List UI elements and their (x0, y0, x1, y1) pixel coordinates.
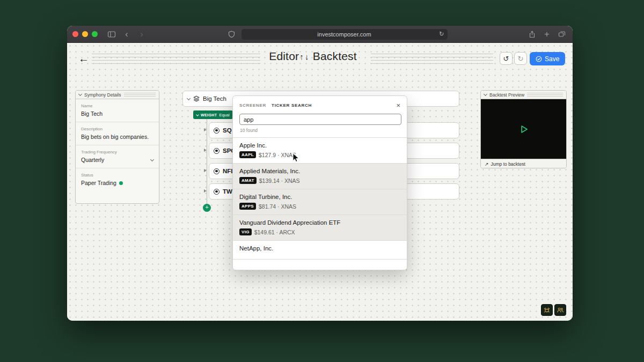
modal-header: SCREENER TICKER SEARCH × (233, 96, 407, 114)
browser-window: ‹ › investcomposer.com ↻ + ← Edi (67, 26, 573, 321)
browser-toolbar: ‹ › investcomposer.com ↻ + (67, 26, 573, 43)
back-button[interactable]: ← (77, 51, 91, 65)
company-name: Applied Materials, Inc. (239, 168, 400, 174)
connector-arrow-icon (204, 169, 207, 172)
editor-canvas: ← Editor↑↓ Backtest ↺ ↻ Save Symphony De… (67, 43, 573, 321)
layers-icon (193, 95, 200, 102)
modal-title: TICKER SEARCH (272, 103, 312, 108)
weight-label: WEIGHT (201, 113, 217, 117)
symphony-panel-header[interactable]: Symphony Details (76, 91, 159, 99)
chevron-down-icon (150, 157, 154, 161)
radio-icon (214, 168, 219, 174)
status-value: Paper Trading (81, 180, 116, 186)
results-count: 10 found (240, 128, 400, 133)
save-label: Save (545, 55, 559, 63)
connector-arrow-icon (204, 128, 207, 131)
backtest-preview-panel: Backtest Preview ↗ Jump to backtest (480, 90, 567, 168)
description-field[interactable]: Description Big bets on big companies. (76, 122, 159, 145)
mouse-cursor (292, 153, 299, 165)
backtest-panel-header[interactable]: Backtest Preview (481, 91, 566, 99)
url-text: investcomposer.com (317, 31, 371, 38)
result-row-aapl[interactable]: Apple Inc. AAPL$127.9 · XNAS (233, 138, 407, 164)
tab-editor[interactable]: Editor (269, 50, 299, 62)
new-tab-icon[interactable]: + (541, 29, 552, 40)
chevron-down-icon (196, 113, 199, 116)
description-label: Description (81, 127, 153, 131)
check-circle-icon (536, 56, 542, 62)
description-value: Big bets on big companies. (81, 134, 153, 140)
weight-value: Equal (219, 113, 229, 117)
share-icon[interactable] (526, 29, 537, 40)
trading-frequency-field[interactable]: Trading Frequency Quarterly (76, 145, 159, 168)
zoom-window-button[interactable] (92, 31, 98, 37)
name-field[interactable]: Name Big Tech (76, 99, 159, 122)
community-button[interactable] (554, 304, 566, 316)
panel-title: Symphony Details (84, 92, 121, 98)
nav-forward-icon[interactable]: › (136, 29, 147, 40)
radio-icon (214, 148, 219, 154)
result-row-amat[interactable]: Applied Materials, Inc. AMAT$139.14 · XN… (233, 164, 407, 189)
jump-label: Jump to backtest (491, 161, 525, 167)
refresh-icon[interactable]: ↻ (439, 31, 444, 38)
tree-connector-line (207, 119, 207, 208)
play-icon[interactable] (518, 123, 530, 135)
redo-button[interactable]: ↻ (514, 52, 527, 65)
panel-title: Backtest Preview (489, 92, 524, 98)
close-window-button[interactable] (72, 31, 78, 37)
ticker-badge: AMAT (239, 177, 257, 184)
connector-arrow-icon (204, 149, 207, 152)
root-node-label: Big Tech (203, 95, 226, 102)
results-list: Apple Inc. AAPL$127.9 · XNAS Applied Mat… (233, 137, 407, 260)
decorative-rules (527, 93, 563, 97)
traffic-lights (72, 31, 98, 37)
ticker-search-input[interactable] (239, 114, 401, 125)
shield-icon[interactable] (226, 29, 237, 40)
price-exchange: $139.14 · XNAS (259, 178, 300, 184)
result-row-apps[interactable]: Digital Turbine, Inc. APPS$81.74 · XNAS (233, 189, 407, 215)
ticker-badge: VIG (239, 228, 252, 235)
decorative-rules-left (92, 54, 260, 64)
close-icon[interactable]: × (396, 102, 400, 109)
status-label: Status (81, 173, 153, 178)
mascot-chat-button[interactable] (541, 304, 553, 316)
minimize-window-button[interactable] (82, 31, 88, 37)
weight-badge[interactable]: WEIGHT Equal (193, 110, 233, 119)
chevron-down-icon[interactable] (187, 96, 191, 100)
status-field: Status Paper Trading (76, 168, 159, 191)
save-button[interactable]: Save (530, 52, 565, 65)
chevron-down-icon (484, 92, 487, 96)
trading-frequency-value: Quarterly (81, 157, 148, 163)
sidebar-toggle-icon[interactable] (106, 29, 117, 40)
address-bar[interactable]: investcomposer.com ↻ (241, 29, 448, 40)
name-label: Name (81, 104, 153, 108)
price-exchange: $127.9 · XNAS (259, 152, 296, 158)
nav-back-icon[interactable]: ‹ (121, 29, 132, 40)
backtest-video-preview[interactable] (481, 99, 566, 159)
jump-to-backtest-link[interactable]: ↗ Jump to backtest (481, 159, 566, 168)
status-dot-icon (119, 181, 123, 185)
company-name: Apple Inc. (239, 142, 400, 149)
undo-button[interactable]: ↺ (500, 52, 513, 65)
page-title: Editor↑↓ Backtest (256, 50, 370, 63)
add-node-button[interactable]: + (203, 204, 211, 212)
users-icon (557, 307, 564, 313)
ticker-label: SQ (223, 127, 232, 134)
ticker-search-modal: SCREENER TICKER SEARCH × 10 found Apple … (232, 95, 407, 270)
crab-icon (543, 307, 551, 313)
result-row-vig[interactable]: Vanguard Dividend Appreciation ETF VIG$1… (233, 215, 407, 241)
radio-icon (214, 128, 219, 134)
decorative-rules (124, 93, 156, 97)
tab-backtest[interactable]: Backtest (313, 50, 357, 62)
company-name: NetApp, Inc. (239, 245, 400, 252)
chevron-down-icon (78, 92, 82, 96)
result-row-netapp[interactable]: NetApp, Inc. (233, 241, 407, 260)
symphony-details-panel: Symphony Details Name Big Tech Descripti… (75, 90, 159, 204)
modal-kicker: SCREENER (239, 103, 266, 108)
tab-overview-icon[interactable] (557, 29, 567, 40)
company-name: Vanguard Dividend Appreciation ETF (239, 219, 400, 226)
arrow-up-icon: ↑ (299, 52, 304, 61)
price-exchange: $149.61 · ARCX (254, 229, 295, 235)
company-name: Digital Turbine, Inc. (239, 194, 400, 200)
arrow-down-icon: ↓ (304, 52, 310, 61)
price-exchange: $81.74 · XNAS (259, 203, 296, 210)
